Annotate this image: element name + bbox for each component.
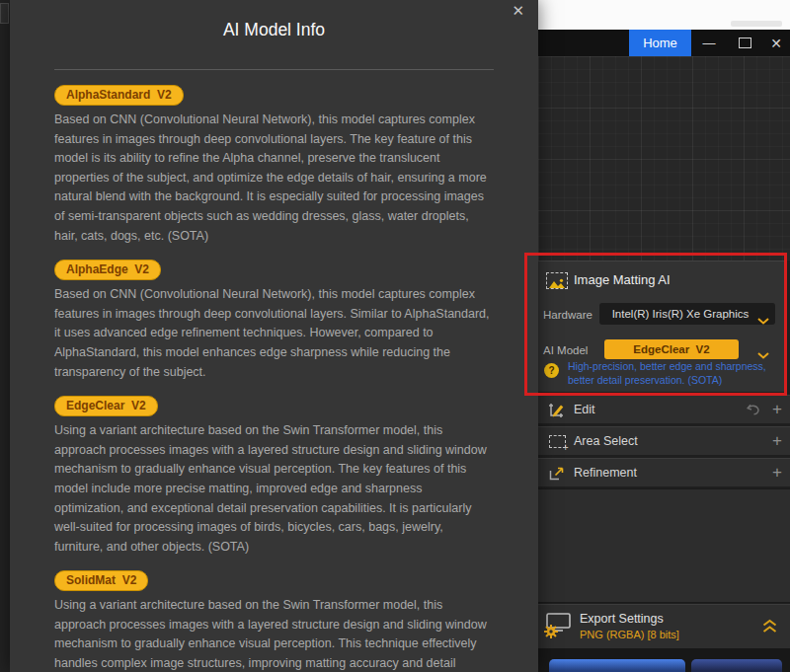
tab-home[interactable]: Home	[629, 30, 691, 56]
undo-icon[interactable]	[741, 404, 764, 416]
model-info-content: AlphaStandard V2 Based on CNN (Convoluti…	[54, 77, 494, 672]
model-badge-solidmat: SolidMat V2	[54, 570, 148, 591]
export-monitor-icon	[546, 613, 576, 638]
primary-action-button-partial[interactable]	[549, 659, 685, 672]
background-window-area	[538, 0, 790, 30]
add-refinement-icon[interactable]: +	[764, 463, 790, 483]
image-matting-panel: Image Matting AI Hardware Intel(R) Iris(…	[538, 261, 787, 392]
section-refinement-label: Refinement	[574, 466, 637, 480]
hardware-select[interactable]: Intel(R) Iris(R) Xe Graphics	[599, 303, 775, 325]
model-description-alphastandard: Based on CNN (Convolutional Neural Netwo…	[54, 111, 494, 246]
divider	[54, 69, 494, 70]
model-badge-alphaedge: AlphaEdge V2	[54, 260, 161, 280]
desktop-edge-strip	[0, 0, 10, 672]
ai-model-value: EdgeClear V2	[633, 343, 709, 355]
model-description-alphaedge: Based on CNN (Convolutional Neural Netwo…	[54, 285, 494, 382]
model-badge-alphastandard: AlphaStandard V2	[54, 85, 184, 106]
area-select-icon: +	[545, 435, 569, 448]
secondary-action-button-partial[interactable]	[691, 659, 782, 672]
model-description-edgeclear: Using a variant architecture based on th…	[54, 421, 494, 557]
editor-canvas[interactable]	[538, 56, 790, 261]
maximize-button[interactable]	[732, 30, 757, 56]
export-settings-section[interactable]: Export Settings PNG (RGBA) [8 bits]	[538, 604, 790, 648]
section-refinement[interactable]: Refinement +	[538, 458, 790, 486]
background-window-corner	[0, 3, 9, 24]
section-edit-label: Edit	[574, 403, 595, 416]
export-settings-title: Export Settings	[580, 612, 664, 626]
help-glyph: ?	[548, 365, 554, 376]
maximize-icon	[739, 37, 751, 48]
bottom-button-bar	[538, 648, 790, 672]
hardware-value: Intel(R) Iris(R) Xe Graphics	[612, 308, 750, 320]
minimize-icon: —	[703, 36, 716, 50]
app-window: Home — ✕ Image Matting AI Hardware Intel…	[538, 0, 790, 672]
ai-model-label: AI Model	[543, 344, 588, 356]
model-badge-edgeclear: EdgeClear V2	[54, 396, 158, 416]
model-help-text: High-precision, better edge and sharpnes…	[568, 360, 779, 387]
refinement-icon	[545, 466, 569, 481]
model-description-solidmat: Using a variant architecture based on th…	[54, 596, 494, 672]
add-area-select-icon[interactable]: +	[764, 431, 790, 451]
dialog-title: AI Model Info	[10, 20, 538, 40]
section-area-select[interactable]: + Area Select +	[538, 426, 790, 455]
section-area-select-label: Area Select	[574, 434, 638, 448]
chevron-down-icon	[757, 311, 769, 329]
close-window-icon: ✕	[770, 36, 782, 51]
ai-model-info-dialog: ✕ AI Model Info AlphaStandard V2 Based o…	[10, 0, 538, 672]
export-format-value: PNG (RGBA) [8 bits]	[580, 629, 679, 640]
collapse-double-chevron-icon[interactable]	[761, 619, 778, 637]
edit-pencil-icon	[545, 402, 569, 418]
add-edit-icon[interactable]: +	[764, 400, 790, 419]
tool-panel-empty-area	[538, 488, 790, 603]
image-matting-icon	[546, 272, 568, 289]
close-window-button[interactable]: ✕	[763, 30, 789, 56]
minimize-button[interactable]: —	[696, 30, 722, 56]
background-window-artifact	[731, 21, 782, 27]
ai-model-select[interactable]: EdgeClear V2	[604, 339, 739, 359]
tab-home-label: Home	[643, 36, 677, 50]
area-select-plus-glyph: +	[563, 443, 569, 453]
titlebar: Home — ✕	[538, 30, 790, 56]
hardware-label: Hardware	[543, 309, 592, 321]
gear-icon	[544, 625, 558, 642]
help-icon[interactable]: ?	[544, 363, 559, 378]
dialog-close-icon[interactable]: ✕	[512, 2, 524, 20]
image-matting-title: Image Matting AI	[574, 272, 671, 287]
section-edit[interactable]: Edit +	[538, 395, 790, 423]
